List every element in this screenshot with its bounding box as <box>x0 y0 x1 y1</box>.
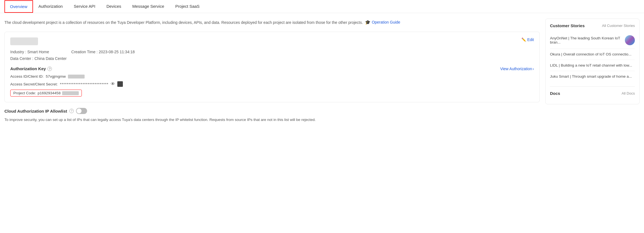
auth-key-header: Authorization Key ? View Authorization › <box>10 66 534 71</box>
tab-overview[interactable]: Overview <box>4 0 33 13</box>
access-secret-value: **************************** <box>60 82 108 86</box>
ip-allowlist-toggle[interactable] <box>76 108 87 114</box>
tab-message-service[interactable]: Message Service <box>127 0 170 13</box>
docs-title: Docs <box>550 91 560 96</box>
project-logo <box>10 37 38 45</box>
creation-time-info: Creation Time : 2023-08-25 11:34:18 <box>71 50 135 54</box>
tab-service-api[interactable]: Service API <box>68 0 101 13</box>
edit-button[interactable]: ✏️ Edit <box>521 37 534 42</box>
all-customer-stories-link[interactable]: All Customer Stories <box>602 24 635 28</box>
docs-header: Docs All Docs <box>550 91 635 96</box>
ip-allowlist-description: To improve security, you can set up a li… <box>4 117 540 123</box>
copy-secret-icon[interactable] <box>117 81 123 87</box>
project-meta: Industry : Smart Home Creation Time : 20… <box>10 50 534 54</box>
story-text-1: AnyOnNet | The leading South Korean IoT … <box>550 36 625 44</box>
story-thumbnail-1 <box>625 35 635 45</box>
show-secret-icon[interactable]: 👁 <box>111 82 115 87</box>
data-center-info: Data Center : China Data Center <box>10 56 534 61</box>
right-panel: Customer Stories All Customer Stories An… <box>545 19 640 104</box>
story-text-2: Okura | Overall connection of IoT OS con… <box>550 52 632 56</box>
story-text-3: LIDL | Building a new IoT retail channel… <box>550 63 632 67</box>
project-code-blurred <box>62 91 79 95</box>
all-docs-link[interactable]: All Docs <box>622 91 635 95</box>
ip-allowlist-section: Cloud Authorization IP Allowlist ? To im… <box>4 108 540 123</box>
view-authorization-link[interactable]: View Authorization › <box>500 67 534 71</box>
tab-project-saas[interactable]: Project SaaS <box>170 0 205 13</box>
customer-stories-header: Customer Stories All Customer Stories <box>550 23 635 28</box>
industry-info: Industry : Smart Home <box>10 50 49 54</box>
auth-key-help-icon[interactable]: ? <box>47 67 52 71</box>
tab-authorization[interactable]: Authorization <box>33 0 69 13</box>
operation-guide-link[interactable]: 🎓 Operation Guide <box>365 19 400 26</box>
customer-stories-title: Customer Stories <box>550 23 585 28</box>
chevron-right-icon: › <box>533 67 534 71</box>
description-text: The cloud development project is a colle… <box>4 19 540 26</box>
access-id-blurred <box>68 75 85 78</box>
story-text-4: Juku Smart | Through smart upgrade of ho… <box>550 74 632 78</box>
story-item-2[interactable]: Okura | Overall connection of IoT OS con… <box>550 49 635 60</box>
ip-allowlist-help-icon[interactable]: ? <box>69 109 74 113</box>
story-item-3[interactable]: LIDL | Building a new IoT retail channel… <box>550 60 635 71</box>
ip-allowlist-title: Cloud Authorization IP Allowlist <box>4 109 67 113</box>
customer-stories-section: Customer Stories All Customer Stories An… <box>550 23 635 82</box>
story-item-1[interactable]: AnyOnNet | The leading South Korean IoT … <box>550 32 635 49</box>
auth-key-section: Authorization Key ? View Authorization ›… <box>10 66 534 97</box>
project-code-row: Project Code: p1692934458 <box>10 90 82 97</box>
book-icon: 🎓 <box>365 19 371 26</box>
ip-allowlist-header: Cloud Authorization IP Allowlist ? <box>4 108 540 114</box>
project-card: ✏️ Edit Industry : Smart Home Creation T… <box>4 32 540 102</box>
docs-divider <box>550 86 635 87</box>
auth-key-title: Authorization Key ? <box>10 66 52 71</box>
access-secret-row: Access Secret/Client Secret: ***********… <box>10 81 534 87</box>
left-panel: The cloud development project is a colle… <box>4 19 540 123</box>
story-item-4[interactable]: Juku Smart | Through smart upgrade of ho… <box>550 71 635 82</box>
main-content: The cloud development project is a colle… <box>0 13 644 129</box>
tab-bar: Overview Authorization Service API Devic… <box>0 0 644 13</box>
edit-icon: ✏️ <box>521 37 526 42</box>
access-id-row: Access ID/Client ID: 57vgjmgmw <box>10 74 534 78</box>
tab-devices[interactable]: Devices <box>101 0 127 13</box>
docs-section: Docs All Docs <box>550 91 635 96</box>
